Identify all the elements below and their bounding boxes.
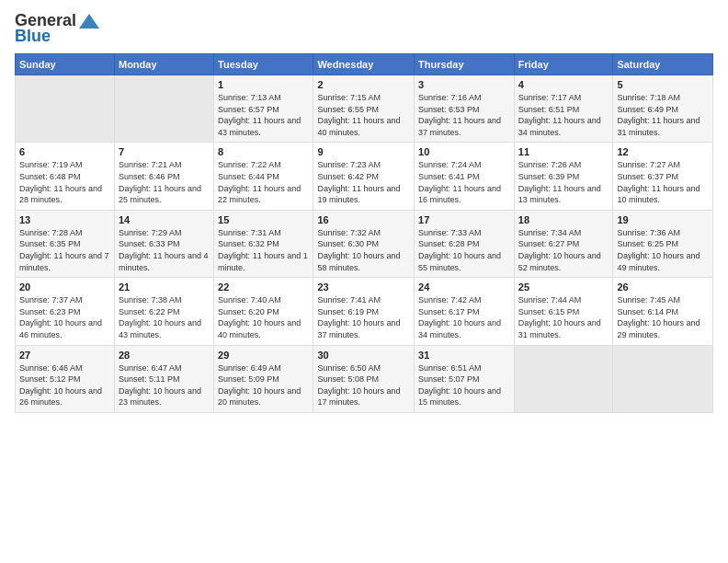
weekday-header-saturday: Saturday (613, 54, 713, 75)
day-detail: Sunrise: 7:36 AMSunset: 6:25 PMDaylight:… (617, 227, 709, 273)
day-detail: Sunrise: 7:13 AMSunset: 6:57 PMDaylight:… (218, 92, 309, 138)
calendar-cell: 20Sunrise: 7:37 AMSunset: 6:23 PMDayligh… (16, 278, 115, 345)
day-number: 20 (19, 282, 110, 293)
day-detail: Sunrise: 7:24 AMSunset: 6:41 PMDaylight:… (418, 159, 510, 205)
day-detail: Sunrise: 6:50 AMSunset: 5:08 PMDaylight:… (317, 362, 410, 408)
day-detail: Sunrise: 7:40 AMSunset: 6:20 PMDaylight:… (218, 294, 309, 340)
day-number: 30 (317, 350, 410, 361)
day-number: 22 (218, 282, 309, 293)
calendar-cell: 8Sunrise: 7:22 AMSunset: 6:44 PMDaylight… (214, 143, 313, 210)
day-number: 6 (19, 146, 110, 157)
calendar-cell: 4Sunrise: 7:17 AMSunset: 6:51 PMDaylight… (514, 75, 613, 143)
day-number: 16 (317, 214, 410, 225)
calendar-cell: 29Sunrise: 6:49 AMSunset: 5:09 PMDayligh… (214, 345, 313, 412)
day-number: 27 (19, 350, 110, 361)
svg-marker-0 (79, 14, 99, 29)
day-detail: Sunrise: 7:21 AMSunset: 6:46 PMDaylight:… (119, 159, 210, 205)
day-number: 10 (418, 146, 510, 157)
calendar-cell (613, 345, 713, 412)
day-number: 15 (218, 214, 309, 225)
weekday-header-tuesday: Tuesday (214, 54, 313, 75)
day-number: 7 (119, 146, 210, 157)
day-number: 21 (119, 282, 210, 293)
day-number: 24 (418, 282, 510, 293)
day-detail: Sunrise: 6:47 AMSunset: 5:11 PMDaylight:… (119, 362, 210, 408)
calendar-cell: 1Sunrise: 7:13 AMSunset: 6:57 PMDaylight… (214, 75, 313, 143)
calendar-week-5: 27Sunrise: 6:46 AMSunset: 5:12 PMDayligh… (16, 345, 713, 412)
weekday-header-thursday: Thursday (415, 54, 515, 75)
calendar-cell: 15Sunrise: 7:31 AMSunset: 6:32 PMDayligh… (214, 210, 313, 277)
day-detail: Sunrise: 6:51 AMSunset: 5:07 PMDaylight:… (418, 362, 510, 408)
day-number: 3 (418, 79, 510, 90)
day-number: 26 (617, 282, 709, 293)
day-number: 28 (119, 350, 210, 361)
calendar-cell (514, 345, 613, 412)
weekday-header-friday: Friday (514, 54, 613, 75)
calendar-cell: 3Sunrise: 7:16 AMSunset: 6:53 PMDaylight… (415, 75, 515, 143)
logo-blue: Blue (15, 27, 51, 46)
weekday-header-monday: Monday (114, 54, 213, 75)
day-number: 14 (119, 214, 210, 225)
day-detail: Sunrise: 7:31 AMSunset: 6:32 PMDaylight:… (218, 227, 309, 273)
day-number: 19 (617, 214, 709, 225)
calendar-cell: 9Sunrise: 7:23 AMSunset: 6:42 PMDaylight… (313, 143, 415, 210)
day-detail: Sunrise: 7:33 AMSunset: 6:28 PMDaylight:… (418, 227, 510, 273)
calendar-cell: 17Sunrise: 7:33 AMSunset: 6:28 PMDayligh… (415, 210, 515, 277)
calendar-cell: 10Sunrise: 7:24 AMSunset: 6:41 PMDayligh… (415, 143, 515, 210)
calendar-cell: 6Sunrise: 7:19 AMSunset: 6:48 PMDaylight… (16, 143, 115, 210)
calendar-week-1: 1Sunrise: 7:13 AMSunset: 6:57 PMDaylight… (16, 75, 713, 143)
calendar-week-4: 20Sunrise: 7:37 AMSunset: 6:23 PMDayligh… (16, 278, 713, 345)
day-detail: Sunrise: 7:45 AMSunset: 6:14 PMDaylight:… (617, 294, 709, 340)
calendar-cell: 30Sunrise: 6:50 AMSunset: 5:08 PMDayligh… (313, 345, 415, 412)
calendar-week-2: 6Sunrise: 7:19 AMSunset: 6:48 PMDaylight… (16, 143, 713, 210)
calendar-cell: 5Sunrise: 7:18 AMSunset: 6:49 PMDaylight… (613, 75, 713, 143)
day-detail: Sunrise: 7:29 AMSunset: 6:33 PMDaylight:… (119, 227, 210, 273)
day-detail: Sunrise: 6:49 AMSunset: 5:09 PMDaylight:… (218, 362, 309, 408)
calendar-cell: 26Sunrise: 7:45 AMSunset: 6:14 PMDayligh… (613, 278, 713, 345)
main-container: General Blue SundayMondayTuesdayWednesda… (0, 0, 728, 420)
day-number: 11 (518, 146, 609, 157)
day-detail: Sunrise: 7:15 AMSunset: 6:55 PMDaylight:… (317, 92, 410, 138)
day-detail: Sunrise: 6:46 AMSunset: 5:12 PMDaylight:… (19, 362, 110, 408)
calendar-cell: 25Sunrise: 7:44 AMSunset: 6:15 PMDayligh… (514, 278, 613, 345)
calendar-cell (16, 75, 115, 143)
calendar-cell: 19Sunrise: 7:36 AMSunset: 6:25 PMDayligh… (613, 210, 713, 277)
day-detail: Sunrise: 7:44 AMSunset: 6:15 PMDaylight:… (518, 294, 609, 340)
day-detail: Sunrise: 7:42 AMSunset: 6:17 PMDaylight:… (418, 294, 510, 340)
day-detail: Sunrise: 7:17 AMSunset: 6:51 PMDaylight:… (518, 92, 609, 138)
day-number: 5 (617, 79, 709, 90)
calendar-table: SundayMondayTuesdayWednesdayThursdayFrid… (15, 53, 713, 413)
calendar-cell: 14Sunrise: 7:29 AMSunset: 6:33 PMDayligh… (114, 210, 213, 277)
calendar-cell: 2Sunrise: 7:15 AMSunset: 6:55 PMDaylight… (313, 75, 415, 143)
day-detail: Sunrise: 7:32 AMSunset: 6:30 PMDaylight:… (317, 227, 410, 273)
calendar-cell: 28Sunrise: 6:47 AMSunset: 5:11 PMDayligh… (114, 345, 213, 412)
day-number: 4 (518, 79, 609, 90)
day-detail: Sunrise: 7:26 AMSunset: 6:39 PMDaylight:… (518, 159, 609, 205)
calendar-cell: 24Sunrise: 7:42 AMSunset: 6:17 PMDayligh… (415, 278, 515, 345)
day-number: 31 (418, 350, 510, 361)
calendar-cell (114, 75, 213, 143)
calendar-cell: 7Sunrise: 7:21 AMSunset: 6:46 PMDaylight… (114, 143, 213, 210)
day-number: 8 (218, 146, 309, 157)
day-detail: Sunrise: 7:38 AMSunset: 6:22 PMDaylight:… (119, 294, 210, 340)
calendar-cell: 31Sunrise: 6:51 AMSunset: 5:07 PMDayligh… (415, 345, 515, 412)
day-number: 9 (317, 146, 410, 157)
day-number: 23 (317, 282, 410, 293)
day-detail: Sunrise: 7:19 AMSunset: 6:48 PMDaylight:… (19, 159, 110, 205)
calendar-cell: 12Sunrise: 7:27 AMSunset: 6:37 PMDayligh… (613, 143, 713, 210)
day-detail: Sunrise: 7:37 AMSunset: 6:23 PMDaylight:… (19, 294, 110, 340)
calendar-cell: 27Sunrise: 6:46 AMSunset: 5:12 PMDayligh… (16, 345, 115, 412)
calendar-cell: 18Sunrise: 7:34 AMSunset: 6:27 PMDayligh… (514, 210, 613, 277)
day-detail: Sunrise: 7:27 AMSunset: 6:37 PMDaylight:… (617, 159, 709, 205)
calendar-cell: 11Sunrise: 7:26 AMSunset: 6:39 PMDayligh… (514, 143, 613, 210)
day-detail: Sunrise: 7:18 AMSunset: 6:49 PMDaylight:… (617, 92, 709, 138)
calendar-week-3: 13Sunrise: 7:28 AMSunset: 6:35 PMDayligh… (16, 210, 713, 277)
day-number: 25 (518, 282, 609, 293)
day-detail: Sunrise: 7:41 AMSunset: 6:19 PMDaylight:… (317, 294, 410, 340)
day-number: 13 (19, 214, 110, 225)
calendar-cell: 23Sunrise: 7:41 AMSunset: 6:19 PMDayligh… (313, 278, 415, 345)
calendar-cell: 13Sunrise: 7:28 AMSunset: 6:35 PMDayligh… (16, 210, 115, 277)
weekday-header-wednesday: Wednesday (313, 54, 415, 75)
day-detail: Sunrise: 7:16 AMSunset: 6:53 PMDaylight:… (418, 92, 510, 138)
day-number: 18 (518, 214, 609, 225)
